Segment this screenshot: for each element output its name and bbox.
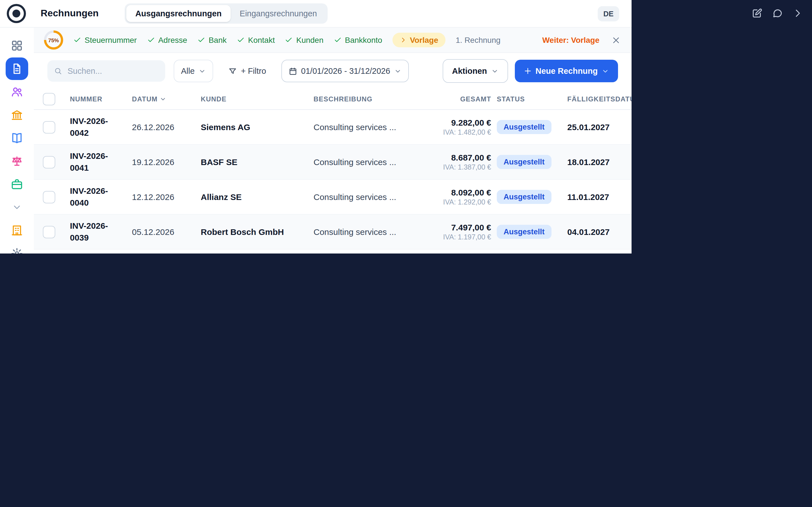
add-filter-button[interactable]: + Filtro xyxy=(221,60,273,82)
invoice-due-date: 18.01.2027 xyxy=(567,157,631,167)
step-label: Bank xyxy=(209,36,227,45)
close-onboarding-button[interactable] xyxy=(612,36,620,44)
table-header: NUMMER DATUM KUNDE BESCHREIBUNG GESAMT S… xyxy=(34,89,631,110)
search-input[interactable] xyxy=(66,66,158,76)
table-row[interactable]: INV-2026-0040 12.12.2026 Allianz SE Cons… xyxy=(34,180,631,215)
sort-chevron-icon xyxy=(160,96,167,103)
select-all-checkbox[interactable] xyxy=(43,93,55,105)
sidebar-item-projects[interactable] xyxy=(6,173,28,195)
step-label: Bankkonto xyxy=(345,36,382,45)
row-checkbox[interactable] xyxy=(43,191,55,203)
sidebar-item-invoices[interactable] xyxy=(6,57,28,80)
collapse-panel-button[interactable] xyxy=(792,8,803,18)
page-title: Rechnungen xyxy=(41,8,99,19)
filter-all-dropdown[interactable]: Alle xyxy=(174,60,213,82)
sidebar xyxy=(0,27,34,253)
chevron-down-icon xyxy=(491,67,498,75)
table-body: INV-2026-0042 26.12.2026 Siemens AG Cons… xyxy=(34,110,631,253)
invoice-type-tabs: Ausgangsrechnungen Eingangsrechnungen xyxy=(124,3,327,24)
step-vorlage-current[interactable]: Vorlage xyxy=(393,33,446,47)
invoice-customer: Allianz SE xyxy=(201,192,313,202)
date-range-value: 01/01/2026 - 31/12/2026 xyxy=(301,66,390,75)
row-checkbox[interactable] xyxy=(43,121,55,133)
status-badge: Ausgestellt xyxy=(497,190,552,204)
close-icon xyxy=(612,36,620,44)
step-label: Adresse xyxy=(158,36,187,45)
row-checkbox[interactable] xyxy=(43,156,55,168)
invoice-due-date: 25.01.2027 xyxy=(567,122,631,132)
compose-icon xyxy=(752,8,762,18)
check-icon xyxy=(334,36,342,44)
status-badge: Ausgestellt xyxy=(497,155,552,169)
header-nummer: NUMMER xyxy=(65,95,132,103)
date-range-picker[interactable]: 01/01/2026 - 31/12/2026 xyxy=(282,60,409,82)
check-icon xyxy=(237,36,245,44)
invoice-number: INV-2026-0041 xyxy=(65,151,132,173)
language-badge[interactable]: DE xyxy=(598,6,619,21)
chat-history-button[interactable] xyxy=(772,8,783,18)
assistant-panel: Erstelle eine Rechnung über 2.000 € Wer … xyxy=(631,0,812,253)
contacts-users-icon xyxy=(11,86,23,98)
chevron-down-icon xyxy=(394,67,402,75)
invoice-total: 7.497,00 € xyxy=(418,223,491,232)
tab-incoming-invoices[interactable]: Eingangsrechnungen xyxy=(231,5,326,22)
next-step-link[interactable]: Weiter: Vorlage xyxy=(542,36,599,45)
invoices-document-icon xyxy=(11,62,23,75)
search-icon xyxy=(54,66,62,75)
step-bank: Bank xyxy=(197,36,227,45)
add-filter-label: + Filtro xyxy=(241,66,266,75)
onboarding-progress-value: 75% xyxy=(46,33,61,47)
invoice-list-section: 75% Steuernummer Adresse Bank xyxy=(34,27,631,253)
collapse-panel-icon xyxy=(792,8,803,18)
new-invoice-label: Neue Rechnung xyxy=(536,66,598,75)
sidebar-item-settings[interactable] xyxy=(6,242,28,253)
table-row[interactable]: INV-2026-0039 05.12.2026 Robert Bosch Gm… xyxy=(34,215,631,249)
new-conversation-button[interactable] xyxy=(752,8,762,18)
actions-dropdown-button[interactable]: Aktionen xyxy=(442,59,508,83)
step-adresse: Adresse xyxy=(147,36,187,45)
invoice-date: 05.12.2026 xyxy=(132,227,201,237)
tab-outgoing-invoices[interactable]: Ausgangsrechnungen xyxy=(126,5,231,22)
new-invoice-button[interactable]: Neue Rechnung xyxy=(515,60,618,82)
sidebar-item-ledger[interactable] xyxy=(6,127,28,149)
header-datum-label: DATUM xyxy=(132,95,158,103)
invoice-date: 12.12.2026 xyxy=(132,192,201,202)
row-checkbox[interactable] xyxy=(43,226,55,238)
sidebar-item-dashboard[interactable] xyxy=(6,34,28,57)
sidebar-item-more[interactable] xyxy=(6,196,28,219)
chevron-down-icon xyxy=(602,67,609,75)
sidebar-item-company[interactable] xyxy=(6,219,28,242)
company-building-icon xyxy=(11,224,23,237)
grid-dashboard-icon xyxy=(11,40,23,52)
table-row[interactable]: INV-2026-0042 26.12.2026 Siemens AG Cons… xyxy=(34,110,631,145)
step-bankkonto: Bankkonto xyxy=(334,36,382,45)
main-region: Rechnungen Ausgangsrechnungen Eingangsre… xyxy=(0,0,631,253)
header-datum[interactable]: DATUM xyxy=(132,95,201,103)
invoice-due-date: 04.01.2027 xyxy=(567,227,631,237)
sidebar-item-taxes[interactable] xyxy=(6,150,28,172)
invoice-vat: IVA: 1.482,00 € xyxy=(418,128,491,136)
sidebar-item-bank[interactable] xyxy=(6,104,28,126)
invoice-customer: BASF SE xyxy=(201,157,313,167)
taxes-scales-icon xyxy=(11,155,23,167)
chat-bubble-icon xyxy=(772,8,783,18)
chevron-down-icon xyxy=(199,67,206,75)
invoice-number: INV-2026-0039 xyxy=(65,221,132,243)
list-toolbar: Alle + Filtro 01/01/2026 - 31/12/2026 xyxy=(34,53,631,89)
app-logo-icon xyxy=(7,4,26,23)
table-row[interactable]: INV-2026-0041 19.12.2026 BASF SE Consult… xyxy=(34,145,631,180)
step-kunden: Kunden xyxy=(285,36,324,45)
header-gesamt: GESAMT xyxy=(418,95,497,103)
onboarding-strip: 75% Steuernummer Adresse Bank xyxy=(34,27,631,53)
search-box[interactable] xyxy=(47,60,165,82)
invoice-total: 9.282,00 € xyxy=(418,118,491,127)
status-badge: Ausgestellt xyxy=(497,225,552,239)
status-badge: Ausgestellt xyxy=(497,120,552,134)
invoice-total: 8.687,00 € xyxy=(418,153,491,162)
table-row[interactable]: INV-2026-0038 26.11.2026 Deutsche Teleko… xyxy=(34,249,631,253)
sidebar-item-contacts[interactable] xyxy=(6,80,28,103)
chevron-right-icon xyxy=(400,37,407,43)
filter-all-label: Alle xyxy=(181,66,195,75)
header-beschreibung: BESCHREIBUNG xyxy=(313,95,418,103)
chevron-down-icon xyxy=(12,202,22,212)
